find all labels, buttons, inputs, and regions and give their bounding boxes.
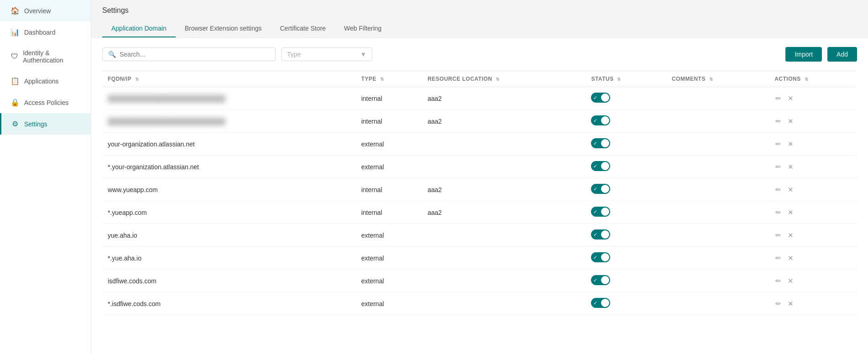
cell-actions: ✏ ✕ [769, 224, 857, 247]
type-value: internal [361, 209, 382, 216]
delete-button[interactable]: ✕ [787, 253, 795, 263]
fqdn-value: ██████████████████████████ [108, 118, 225, 125]
tab-browser-ext[interactable]: Browser Extension settings [176, 20, 271, 37]
sort-icon-fqdn: ⇅ [135, 77, 139, 82]
tab-app-domain[interactable]: Application Domain [102, 20, 176, 37]
page-title: Settings [102, 6, 857, 20]
add-button[interactable]: Add [827, 47, 857, 62]
sidebar-item-label: Applications [24, 78, 59, 85]
delete-button[interactable]: ✕ [787, 162, 795, 172]
access-policies-icon: 🔒 [10, 98, 20, 107]
table-row: www.yueapp.cominternalaaa2 ✓ ✏ ✕ [102, 178, 857, 201]
type-value: external [361, 141, 384, 148]
delete-button[interactable]: ✕ [787, 230, 795, 240]
cell-status: ✓ [586, 247, 666, 270]
cell-comments [666, 178, 769, 201]
cell-resource: aaa2 [422, 201, 586, 224]
sidebar-item-identity[interactable]: 🛡 Identity & Authentication [0, 43, 91, 70]
sidebar-item-overview[interactable]: 🏠 Overview [0, 0, 91, 21]
status-toggle[interactable]: ✓ [591, 138, 610, 148]
cell-type: internal [356, 178, 422, 201]
status-toggle[interactable]: ✓ [591, 207, 610, 217]
edit-button[interactable]: ✏ [774, 276, 782, 286]
delete-button[interactable]: ✕ [787, 139, 795, 149]
sort-icon-actions: ⇅ [805, 77, 809, 82]
overview-icon: 🏠 [10, 6, 20, 15]
tab-cert-store[interactable]: Certificate Store [271, 20, 335, 37]
status-toggle[interactable]: ✓ [591, 275, 610, 285]
edit-button[interactable]: ✏ [774, 185, 782, 195]
cell-fqdn: yue.aha.io [102, 224, 356, 247]
edit-button[interactable]: ✏ [774, 253, 782, 263]
edit-button[interactable]: ✏ [774, 162, 782, 172]
edit-button[interactable]: ✏ [774, 116, 782, 126]
status-toggle[interactable]: ✓ [591, 298, 610, 308]
cell-comments [666, 201, 769, 224]
actions-cell: ✏ ✕ [774, 208, 852, 218]
cell-comments [666, 156, 769, 178]
status-toggle[interactable]: ✓ [591, 184, 610, 194]
type-value: external [361, 232, 384, 239]
resource-value: aaa2 [428, 186, 442, 193]
search-icon: 🔍 [108, 51, 116, 58]
sidebar-item-dashboard[interactable]: 📊 Dashboard [0, 21, 91, 43]
fqdn-value: *.yueapp.com [108, 209, 147, 216]
delete-button[interactable]: ✕ [787, 116, 795, 126]
sidebar-item-settings[interactable]: ⚙ Settings [0, 113, 91, 135]
sidebar-item-label: Access Policies [24, 99, 68, 106]
sort-icon-resource: ⇅ [496, 77, 500, 82]
status-toggle[interactable]: ✓ [591, 161, 610, 171]
delete-button[interactable]: ✕ [787, 208, 795, 218]
sort-icon-type: ⇅ [380, 77, 384, 82]
content-area: 🔍 Type ▼ Import Add FQDN/IP ⇅TYPE ⇅RESOU… [91, 38, 868, 354]
cell-type: internal [356, 110, 422, 133]
delete-button[interactable]: ✕ [787, 299, 795, 309]
cell-comments [666, 133, 769, 156]
edit-button[interactable]: ✏ [774, 94, 782, 104]
type-value: external [361, 163, 384, 171]
status-toggle[interactable]: ✓ [591, 115, 610, 125]
toggle-check-icon: ✓ [593, 300, 597, 306]
main-content: Settings Application DomainBrowser Exten… [91, 0, 868, 354]
delete-button[interactable]: ✕ [787, 276, 795, 286]
tab-web-filter[interactable]: Web Filtering [335, 20, 391, 37]
fqdn-value: www.yueapp.com [108, 186, 158, 193]
sidebar-item-access-policies[interactable]: 🔒 Access Policies [0, 92, 91, 113]
fqdn-value: yue.aha.io [108, 232, 137, 239]
toggle-check-icon: ✓ [593, 118, 597, 124]
edit-button[interactable]: ✏ [774, 299, 782, 309]
search-box: 🔍 [102, 47, 276, 61]
cell-resource [422, 133, 586, 156]
cell-resource [422, 292, 586, 315]
cell-actions: ✏ ✕ [769, 178, 857, 201]
cell-actions: ✏ ✕ [769, 87, 857, 110]
col-header-fqdn: FQDN/IP ⇅ [102, 71, 356, 87]
table-row: yue.aha.ioexternal ✓ ✏ ✕ [102, 224, 857, 247]
chevron-down-icon: ▼ [360, 51, 366, 58]
cell-actions: ✏ ✕ [769, 247, 857, 270]
col-header-actions: ACTIONS ⇅ [769, 71, 857, 87]
status-toggle[interactable]: ✓ [591, 93, 610, 103]
import-button[interactable]: Import [785, 47, 822, 62]
cell-status: ✓ [586, 87, 666, 110]
cell-type: external [356, 247, 422, 270]
toggle-check-icon: ✓ [593, 186, 597, 192]
table-header-row: FQDN/IP ⇅TYPE ⇅RESOURCE LOCATION ⇅STATUS… [102, 71, 857, 87]
toggle-check-icon: ✓ [593, 255, 597, 260]
delete-button[interactable]: ✕ [787, 94, 795, 104]
cell-status: ✓ [586, 224, 666, 247]
sidebar-item-applications[interactable]: 📋 Applications [0, 70, 91, 92]
toolbar: 🔍 Type ▼ Import Add [102, 47, 857, 62]
type-dropdown[interactable]: Type ▼ [281, 47, 372, 61]
edit-button[interactable]: ✏ [774, 230, 782, 240]
actions-cell: ✏ ✕ [774, 230, 852, 240]
actions-cell: ✏ ✕ [774, 185, 852, 195]
search-input[interactable] [120, 51, 270, 58]
edit-button[interactable]: ✏ [774, 139, 782, 149]
cell-resource [422, 270, 586, 292]
edit-button[interactable]: ✏ [774, 208, 782, 218]
status-toggle[interactable]: ✓ [591, 229, 610, 239]
status-toggle[interactable]: ✓ [591, 252, 610, 262]
delete-button[interactable]: ✕ [787, 185, 795, 195]
cell-status: ✓ [586, 270, 666, 292]
